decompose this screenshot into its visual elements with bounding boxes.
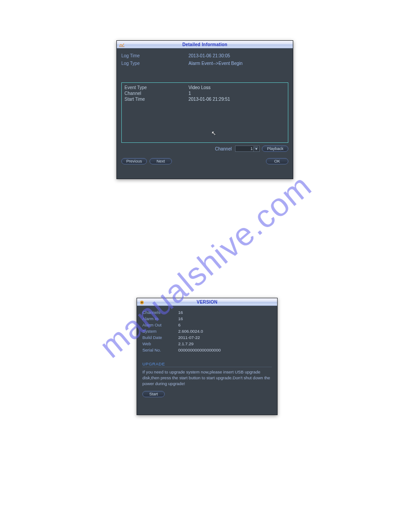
channel-select-label: Channel [215,146,231,151]
log-time-label: Log Time [121,53,188,59]
system-value: 2.606.0024.0 [178,328,203,335]
event-type-value: Video Loss [188,85,210,90]
ok-button[interactable]: OK [266,158,288,164]
web-value: 2.1.7.29 [178,341,193,347]
gear-icon [139,299,145,305]
event-start-time-value: 2013-01-06 21:29:51 [188,96,230,102]
event-details-box: Event Type Video Loss Channel 1 Start Ti… [121,82,288,143]
event-start-time-label: Start Time [124,96,188,102]
serial-label: Serial No. [142,347,178,353]
web-label: Web [142,341,178,347]
build-date-value: 2011-07-22 [178,335,200,341]
cursor-icon: ↖ [211,130,216,137]
dialog-title: Detailed Information [182,42,227,47]
detailed-info-dialog: Detailed Information Log Time 2013-01-06… [116,40,293,179]
version-dialog: VERSION Channels 16 Alarm In 16 Alarm Ou… [137,298,278,415]
chevron-down-icon: ▼ [253,146,258,151]
channel-dropdown[interactable]: 1 ▼ [235,146,260,152]
alarm-in-value: 16 [178,316,183,322]
titlebar: Detailed Information [117,41,293,48]
previous-button[interactable]: Previous [121,158,147,164]
svg-point-1 [141,302,143,303]
version-row-channels: Channels 16 [142,309,272,316]
upgrade-instructions: If you need to upgrade system now,please… [142,369,272,386]
version-row-system: System 2.606.0024.0 [142,328,272,335]
event-channel-value: 1 [188,90,191,96]
channel-dropdown-value: 1 [250,146,253,151]
alarm-out-value: 6 [178,322,180,328]
version-row-serial: Serial No. 000000000000000000 [142,347,272,353]
dialog-title: VERSION [197,300,217,305]
version-row-build-date: Build Date 2011-07-22 [142,335,272,341]
log-type-row: Log Type Alarm Event-->Event Begin [121,60,288,67]
log-type-label: Log Type [121,60,188,67]
version-row-web: Web 2.1.7.29 [142,341,272,347]
event-channel-label: Channel [124,90,188,96]
log-icon [119,42,125,47]
alarm-in-label: Alarm In [142,316,178,322]
start-button[interactable]: Start [142,391,165,397]
build-date-label: Build Date [142,335,178,341]
playback-button[interactable]: Playback [262,146,288,152]
channels-value: 16 [178,309,183,316]
version-row-alarm-in: Alarm In 16 [142,316,272,322]
channels-label: Channels [142,309,178,316]
version-row-alarm-out: Alarm Out 6 [142,322,272,328]
serial-value: 000000000000000000 [178,347,221,353]
log-time-value: 2013-01-06 21:30:05 [188,53,230,59]
event-type-label: Event Type [124,85,188,90]
system-label: System [142,328,178,335]
log-type-value: Alarm Event-->Event Begin [188,60,243,67]
titlebar: VERSION [137,298,277,306]
next-button[interactable]: Next [150,158,172,164]
alarm-out-label: Alarm Out [142,322,178,328]
log-time-row: Log Time 2013-01-06 21:30:05 [121,53,288,59]
upgrade-heading: UPGRADE [142,361,272,367]
